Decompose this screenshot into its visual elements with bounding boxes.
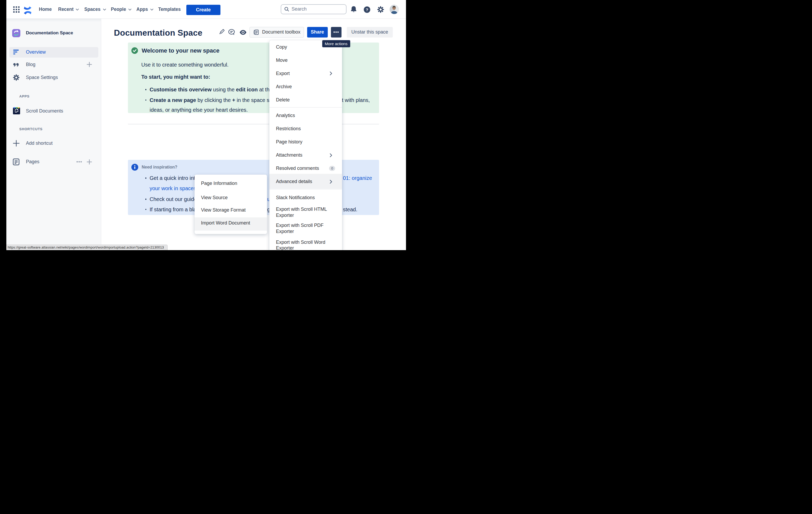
svg-text:?: ?: [366, 7, 368, 12]
